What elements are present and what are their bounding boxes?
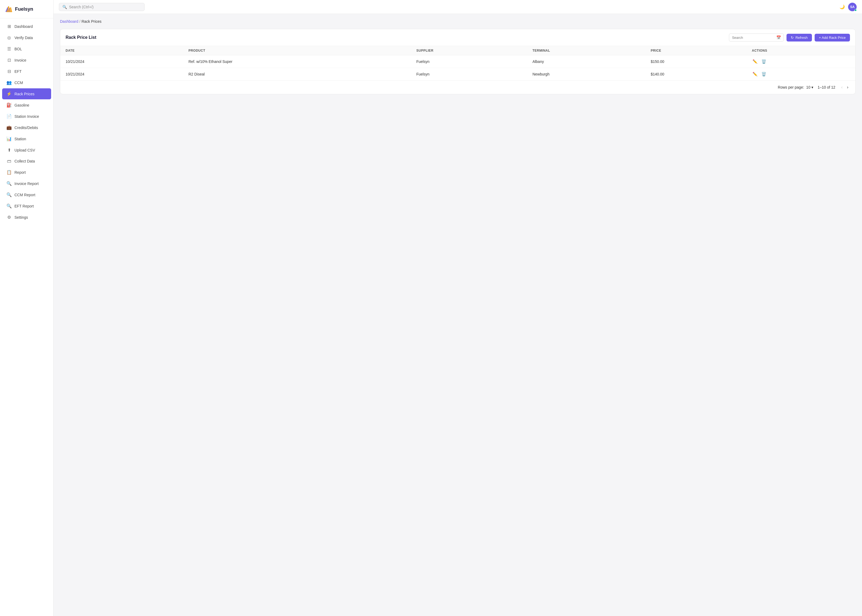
sidebar-item-station[interactable]: 📊 Station	[2, 133, 51, 144]
sidebar-item-invoice[interactable]: ⊡ Invoice	[2, 55, 51, 66]
nav-label-verify-data: Verify Data	[14, 36, 33, 40]
sidebar-item-ccm[interactable]: 👥 CCM	[2, 77, 51, 88]
rows-per-page-select[interactable]: 10 ▾	[806, 85, 813, 90]
nav-label-eft-report: EFT Report	[14, 204, 34, 208]
sidebar-item-ccm-report[interactable]: 🔍 CCM Report	[2, 189, 51, 200]
action-icons-1: ✏️ 🗑️	[752, 71, 850, 77]
nav-icon-rack-prices: ⚡	[6, 91, 12, 96]
page-info: 1–10 of 12	[818, 85, 835, 90]
nav-label-upload-csv: Upload CSV	[14, 148, 35, 152]
table-body: 10/21/2024 Ref. w/10% Ethanol Super Fuel…	[60, 55, 855, 80]
sidebar-item-report[interactable]: 📋 Report	[2, 167, 51, 178]
delete-icon-0[interactable]: 🗑️	[761, 59, 767, 64]
nav-label-bol: BOL	[14, 47, 22, 51]
nav-label-invoice: Invoice	[14, 58, 26, 62]
app-name: Fuelsyn	[15, 6, 33, 12]
next-page-button[interactable]: ›	[845, 84, 850, 91]
nav-label-report: Report	[14, 170, 26, 174]
nav-icon-upload-csv: ⬆	[6, 148, 12, 152]
cell-product-1: R2 Diseal	[183, 68, 411, 80]
sidebar-item-dashboard[interactable]: ⊞ Dashboard	[2, 21, 51, 32]
nav-label-credits-debits: Credits/Debits	[14, 126, 38, 130]
nav-icon-credits-debits: 💼	[6, 125, 12, 130]
avatar[interactable]: SA	[848, 3, 857, 11]
nav-icon-settings: ⚙	[6, 215, 12, 220]
prev-page-button[interactable]: ‹	[840, 84, 844, 91]
nav-icon-station: 📊	[6, 136, 12, 141]
main-area: 🔍 Search (Ctrl+/) 🌙 SA Dashboard / Rack …	[53, 0, 862, 616]
nav-label-dashboard: Dashboard	[14, 24, 33, 29]
avatar-status-dot	[854, 9, 857, 11]
rows-per-page-label: Rows per page:	[778, 85, 804, 90]
sidebar-item-credits-debits[interactable]: 💼 Credits/Debits	[2, 122, 51, 133]
sidebar-item-upload-csv[interactable]: ⬆ Upload CSV	[2, 145, 51, 156]
table-head: DATE PRODUCT SUPPLIER TERMINAL PRICE ACT…	[60, 46, 855, 55]
sidebar-item-collect-data[interactable]: 🗃 Collect Data	[2, 156, 51, 167]
cell-price-0: $150.00	[645, 55, 747, 68]
nav-icon-eft-report: 🔍	[6, 203, 12, 209]
breadcrumb-current: Rack Prices	[82, 19, 102, 24]
breadcrumb: Dashboard / Rack Prices	[60, 19, 856, 24]
col-supplier: SUPPLIER	[411, 46, 527, 55]
sidebar-item-invoice-report[interactable]: 🔍 Invoice Report	[2, 178, 51, 189]
nav-icon-bol: ☰	[6, 46, 12, 52]
nav-label-gasoline: Gasoline	[14, 103, 29, 107]
cell-supplier-0: Fuelsyn	[411, 55, 527, 68]
theme-toggle-icon[interactable]: 🌙	[840, 4, 845, 9]
sidebar-item-rack-prices[interactable]: ⚡ Rack Prices	[2, 88, 51, 99]
card-header: Rack Price List 📅 ↻ Refresh + Add Rack P…	[60, 29, 855, 46]
sidebar-item-settings[interactable]: ⚙ Settings	[2, 212, 51, 223]
nav-icon-verify-data: ◎	[6, 35, 12, 40]
refresh-button[interactable]: ↻ Refresh	[787, 34, 812, 41]
col-date: DATE	[60, 46, 183, 55]
topbar-right: 🌙 SA	[840, 3, 857, 11]
nav-label-rack-prices: Rack Prices	[14, 92, 35, 96]
col-actions: ACTIONS	[747, 46, 856, 55]
nav-icon-collect-data: 🗃	[6, 159, 12, 163]
nav-icon-ccm: 👥	[6, 80, 12, 85]
nav-label-invoice-report: Invoice Report	[14, 182, 39, 186]
sidebar-item-eft-report[interactable]: 🔍 EFT Report	[2, 201, 51, 212]
table-row: 10/21/2024 R2 Diseal Fuelsyn Newburgh $1…	[60, 68, 855, 80]
nav-icon-station-invoice: 📄	[6, 114, 12, 119]
pagination: Rows per page: 10 ▾ 1–10 of 12 ‹ ›	[60, 80, 855, 94]
add-rack-price-label: + Add Rack Price	[819, 36, 846, 39]
sidebar-item-station-invoice[interactable]: 📄 Station Invoice	[2, 111, 51, 122]
global-search[interactable]: 🔍 Search (Ctrl+/)	[59, 3, 144, 11]
rack-price-card: Rack Price List 📅 ↻ Refresh + Add Rack P…	[60, 29, 856, 94]
card-title: Rack Price List	[66, 35, 96, 40]
refresh-label: Refresh	[795, 36, 808, 39]
calendar-icon[interactable]: 📅	[776, 35, 781, 39]
nav-icon-invoice: ⊡	[6, 58, 12, 63]
avatar-initials: SA	[850, 5, 855, 9]
nav-label-settings: Settings	[14, 215, 28, 220]
cell-product-0: Ref. w/10% Ethanol Super	[183, 55, 411, 68]
cell-supplier-1: Fuelsyn	[411, 68, 527, 80]
nav-label-station: Station	[14, 137, 26, 141]
nav-label-ccm: CCM	[14, 80, 23, 85]
delete-icon-1[interactable]: 🗑️	[761, 71, 767, 77]
nav-icon-dashboard: ⊞	[6, 24, 12, 29]
search-icon: 🔍	[62, 5, 67, 9]
page-content: Dashboard / Rack Prices Rack Price List …	[53, 14, 862, 616]
table-search-box[interactable]: 📅	[729, 33, 784, 41]
sidebar-item-eft[interactable]: ⊟ EFT	[2, 66, 51, 77]
logo-icon	[4, 5, 13, 13]
rows-per-page-value: 10	[806, 85, 810, 90]
col-price: PRICE	[645, 46, 747, 55]
sidebar-item-gasoline[interactable]: ⛽ Gasoline	[2, 100, 51, 110]
nav-icon-invoice-report: 🔍	[6, 181, 12, 186]
nav-label-ccm-report: CCM Report	[14, 193, 35, 197]
page-navigation: ‹ ›	[840, 84, 850, 91]
edit-icon-1[interactable]: ✏️	[752, 71, 758, 77]
sidebar-item-verify-data[interactable]: ◎ Verify Data	[2, 32, 51, 43]
edit-icon-0[interactable]: ✏️	[752, 59, 758, 64]
breadcrumb-parent[interactable]: Dashboard	[60, 19, 79, 24]
table-search-input[interactable]	[732, 36, 775, 39]
sidebar-item-bol[interactable]: ☰ BOL	[2, 43, 51, 54]
col-product: PRODUCT	[183, 46, 411, 55]
cell-date-1: 10/21/2024	[60, 68, 183, 80]
add-rack-price-button[interactable]: + Add Rack Price	[815, 34, 850, 41]
col-terminal: TERMINAL	[527, 46, 645, 55]
nav-icon-gasoline: ⛽	[6, 102, 12, 108]
